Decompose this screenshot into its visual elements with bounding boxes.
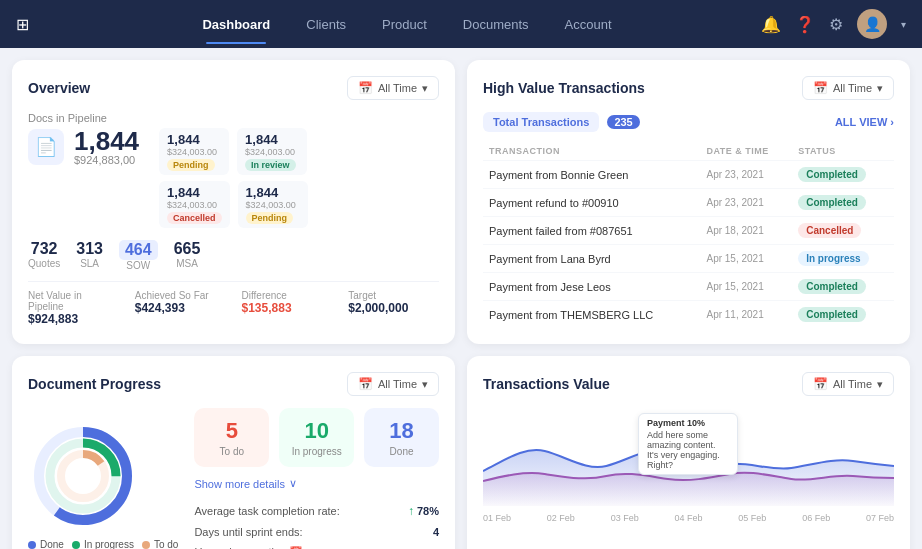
tx-name: Payment from Lana Byrd — [483, 245, 700, 273]
count-sow-label: SOW — [119, 260, 158, 271]
grid-icon[interactable]: ⊞ — [16, 15, 29, 34]
detail-row-2: Days until sprint ends: 4 — [194, 522, 439, 542]
stat-todo-label: To do — [200, 446, 263, 457]
stat-inprogress: 10 In progress — [279, 408, 354, 467]
count-sla: 313 SLA — [76, 240, 103, 271]
overview-bottom: Net Value in Pipeline $924,883 Achieved … — [28, 281, 439, 326]
legend-inprogress: In progress — [72, 539, 134, 549]
nav-account[interactable]: Account — [549, 11, 628, 38]
overview-header: Overview 📅 All Time ▾ — [28, 76, 439, 100]
pill-pending2: 1,844 $324,003.00 Pending — [238, 181, 308, 228]
donut-legend: Done In progress To do — [28, 539, 178, 549]
docs-count-wrap: 1,844 $924,883,00 — [74, 128, 139, 166]
legend-todo: To do — [142, 539, 178, 549]
table-row: Payment failed from #087651 Apr 18, 2021… — [483, 217, 894, 245]
count-sow: 464 SOW — [119, 240, 158, 271]
tx-date: Apr 23, 2021 — [700, 189, 792, 217]
tx-date: Apr 23, 2021 — [700, 161, 792, 189]
pill-inreview: 1,844 $324,003.00 In review — [237, 128, 307, 175]
docs-label: Docs in Pipeline — [28, 112, 439, 124]
doc-progress-filter-btn[interactable]: 📅 All Time ▾ — [347, 372, 439, 396]
progress-right: 5 To do 10 In progress 18 Done Show more… — [194, 408, 439, 549]
bell-icon[interactable]: 🔔 — [761, 15, 781, 34]
nav-dashboard[interactable]: Dashboard — [186, 11, 286, 38]
count-msa-num: 665 — [174, 240, 201, 258]
tx-name: Payment failed from #087651 — [483, 217, 700, 245]
stat-done-label: Done — [370, 446, 433, 457]
count-msa: 665 MSA — [174, 240, 201, 271]
stat-done-num: 18 — [370, 418, 433, 444]
hvt-filter-btn[interactable]: 📅 All Time ▾ — [802, 76, 894, 100]
stat-todo: 5 To do — [194, 408, 269, 467]
docs-main: 📄 1,844 $924,883,00 — [28, 128, 139, 166]
doc-icon: 📄 — [28, 129, 64, 165]
col-date: Date & Time — [700, 142, 792, 161]
calendar-icon: 📅 — [358, 81, 373, 95]
chevron-down-icon: ▾ — [422, 378, 428, 391]
chevron-down-icon[interactable]: ▾ — [901, 19, 906, 30]
tx-status: Cancelled — [792, 217, 894, 245]
hvt-tabs: Total Transactions 235 ALL VIEW › — [483, 112, 894, 132]
chevron-down-icon: ▾ — [877, 378, 883, 391]
tx-name: Payment refund to #00910 — [483, 189, 700, 217]
donut-chart — [28, 421, 138, 531]
tx-date: Apr 18, 2021 — [700, 217, 792, 245]
show-more-btn[interactable]: Show more details ∨ — [194, 477, 439, 490]
details-table: Average task completion rate: ↑ 78% Days… — [194, 500, 439, 549]
label-07feb: 07 Feb — [866, 513, 894, 523]
bottom-achieved: Achieved So Far $424,393 — [135, 290, 226, 326]
label-06feb: 06 Feb — [802, 513, 830, 523]
bottom-target: Target $2,000,000 — [348, 290, 439, 326]
avatar[interactable]: 👤 — [857, 9, 887, 39]
tv-title: Transactions Value — [483, 376, 610, 392]
pill-row-1: 1,844 $324,003.00 Pending 1,844 $324,003… — [159, 128, 439, 175]
label-02feb: 02 Feb — [547, 513, 575, 523]
inprogress-dot — [72, 541, 80, 549]
label-01feb: 01 Feb — [483, 513, 511, 523]
hvt-card: High Value Transactions 📅 All Time ▾ Tot… — [467, 60, 910, 344]
overview-card: Overview 📅 All Time ▾ Docs in Pipeline 📄… — [12, 60, 455, 344]
main-content: Overview 📅 All Time ▾ Docs in Pipeline 📄… — [0, 48, 922, 549]
question-icon[interactable]: ❓ — [795, 15, 815, 34]
calendar-icon: 📅 — [813, 377, 828, 391]
doc-progress-title: Document Progress — [28, 376, 161, 392]
arrow-up-icon: ↑ — [408, 504, 414, 518]
badge-inreview: In review — [245, 159, 296, 171]
navbar: ⊞ Dashboard Clients Product Documents Ac… — [0, 0, 922, 48]
overview-pills: 1,844 $324,003.00 Pending 1,844 $324,003… — [159, 128, 439, 228]
hvt-filter-label: All Time — [833, 82, 872, 94]
tx-date: Apr 15, 2021 — [700, 245, 792, 273]
table-row: Payment refund to #00910 Apr 23, 2021 Co… — [483, 189, 894, 217]
overview-counts: 732 Quotes 313 SLA 464 SOW 665 MSA — [28, 240, 439, 271]
table-row: Payment from Bonnie Green Apr 23, 2021 C… — [483, 161, 894, 189]
legend-done: Done — [28, 539, 64, 549]
tx-status: Completed — [792, 189, 894, 217]
transactions-table: Transaction Date & Time Status Payment f… — [483, 142, 894, 328]
tx-status: Completed — [792, 273, 894, 301]
tv-filter-btn[interactable]: 📅 All Time ▾ — [802, 372, 894, 396]
nav-clients[interactable]: Clients — [290, 11, 362, 38]
label-05feb: 05 Feb — [738, 513, 766, 523]
tv-header: Transactions Value 📅 All Time ▾ — [483, 372, 894, 396]
gear-icon[interactable]: ⚙ — [829, 15, 843, 34]
badge-cancelled: Cancelled — [167, 212, 222, 224]
overview-filter-btn[interactable]: 📅 All Time ▾ — [347, 76, 439, 100]
tx-date: Apr 11, 2021 — [700, 301, 792, 329]
tx-name: Payment from Jese Leos — [483, 273, 700, 301]
nav-product[interactable]: Product — [366, 11, 443, 38]
nav-documents[interactable]: Documents — [447, 11, 545, 38]
calendar-icon: 📅 — [813, 81, 828, 95]
tv-card: Transactions Value 📅 All Time ▾ — [467, 356, 910, 549]
tx-date: Apr 15, 2021 — [700, 273, 792, 301]
chart-tooltip: Payment 10% Add here some amazing conten… — [638, 413, 738, 475]
tx-name: Payment from THEMSBERG LLC — [483, 301, 700, 329]
bottom-net: Net Value in Pipeline $924,883 — [28, 290, 119, 326]
docs-value: $924,883,00 — [74, 154, 139, 166]
donut-section: Done In progress To do — [28, 421, 178, 549]
calendar-icon: 📅 — [358, 377, 373, 391]
docs-count: 1,844 — [74, 128, 139, 154]
all-view-link[interactable]: ALL VIEW › — [835, 116, 894, 128]
tab-total-transactions[interactable]: Total Transactions — [483, 112, 599, 132]
detail-row-3: Upcoming meeting 📅 Monday 28 — [194, 542, 439, 549]
stat-done: 18 Done — [364, 408, 439, 467]
